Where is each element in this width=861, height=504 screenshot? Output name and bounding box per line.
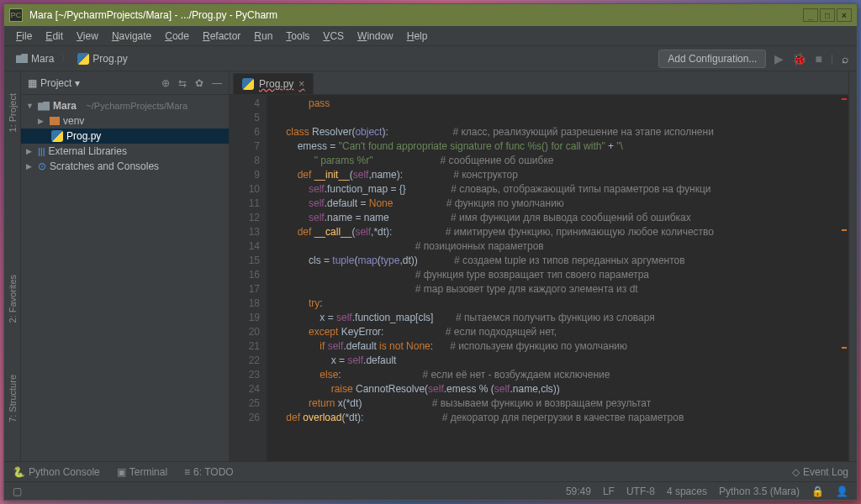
line-ending[interactable]: LF xyxy=(603,486,615,497)
toolbar: Mara 〉 Prog.py Add Configuration... ▶ 🐞 … xyxy=(4,46,857,71)
menu-file[interactable]: File xyxy=(9,30,39,42)
left-gutter-bar: 1: Project 2: Favorites 7: Structure xyxy=(4,71,21,461)
lock-icon[interactable]: 🔒 xyxy=(811,486,824,497)
editor-tab[interactable]: Prog.py × xyxy=(233,73,314,94)
close-button[interactable]: × xyxy=(837,8,852,22)
menu-window[interactable]: Window xyxy=(351,30,400,42)
run-icon[interactable]: ▶ xyxy=(774,52,784,66)
cursor-position[interactable]: 59:49 xyxy=(566,486,591,497)
menu-edit[interactable]: Edit xyxy=(39,30,70,42)
code-area[interactable]: 4567891011121314151617181920212223242526… xyxy=(230,95,848,461)
main-area: 1: Project 2: Favorites 7: Structure ▦ P… xyxy=(4,71,857,461)
debug-icon[interactable]: 🐞 xyxy=(792,52,806,66)
app-window: PC Mara [~/PycharmProjects/Mara] - .../P… xyxy=(3,3,858,501)
line-gutter: 4567891011121314151617181920212223242526 xyxy=(230,95,267,461)
editor: Prog.py × 456789101112131415161718192021… xyxy=(230,71,848,461)
interpreter[interactable]: Python 3.5 (Mara) xyxy=(719,486,800,497)
menu-help[interactable]: Help xyxy=(400,30,435,42)
titlebar[interactable]: PC Mara [~/PycharmProjects/Mara] - .../P… xyxy=(4,4,857,26)
folder-icon xyxy=(50,117,60,125)
close-tab-icon[interactable]: × xyxy=(298,78,304,90)
target-icon[interactable]: ⊕ xyxy=(161,77,170,89)
terminal-button[interactable]: ▣ Terminal xyxy=(117,466,167,478)
statusbar: ▢ 59:49 LF UTF-8 4 spaces Python 3.5 (Ma… xyxy=(4,481,857,500)
tree-venv[interactable]: ▶ venv xyxy=(21,113,229,129)
stop-icon[interactable]: ■ xyxy=(815,52,821,66)
error-stripe[interactable] xyxy=(840,95,848,461)
breadcrumb-file[interactable]: Prog.py xyxy=(74,51,130,66)
code-text[interactable]: pass class Resolver(object): # класс, ре… xyxy=(267,95,848,461)
python-console-button[interactable]: 🐍 Python Console xyxy=(13,466,100,478)
settings-icon[interactable]: ✿ xyxy=(195,77,203,89)
menubar: FileEditViewNavigateCodeRefactorRunTools… xyxy=(4,26,857,46)
inspector-icon[interactable]: 👤 xyxy=(836,486,848,497)
editor-tabs: Prog.py × xyxy=(230,71,848,95)
favorites-tool-button[interactable]: 2: Favorites xyxy=(6,270,19,328)
tree-external-libs[interactable]: ▶||| External Libraries xyxy=(21,144,229,159)
encoding[interactable]: UTF-8 xyxy=(626,486,655,497)
indent-setting[interactable]: 4 spaces xyxy=(667,486,707,497)
todo-button[interactable]: ≡ 6: TODO xyxy=(184,466,234,478)
tree-scratches[interactable]: ▶⊙ Scratches and Consoles xyxy=(21,159,229,174)
sidebar-title[interactable]: ▦ Project ▾ xyxy=(28,77,80,89)
python-icon xyxy=(51,130,63,142)
menu-tools[interactable]: Tools xyxy=(279,30,316,42)
library-icon: ||| xyxy=(38,146,45,156)
menu-refactor[interactable]: Refactor xyxy=(196,30,247,42)
project-tool-button[interactable]: 1: Project xyxy=(6,88,19,137)
collapse-icon[interactable]: ⇆ xyxy=(178,77,187,89)
menu-vcs[interactable]: VCS xyxy=(316,30,351,42)
search-icon[interactable]: ⌕ xyxy=(842,52,848,66)
scratches-icon: ⊙ xyxy=(38,160,46,172)
bottom-toolbar: 🐍 Python Console ▣ Terminal ≡ 6: TODO ◇ … xyxy=(4,461,857,481)
menu-view[interactable]: View xyxy=(70,30,105,42)
menu-navigate[interactable]: Navigate xyxy=(105,30,158,42)
python-icon xyxy=(77,53,89,65)
hide-icon[interactable]: — xyxy=(212,77,222,89)
right-gutter-bar xyxy=(848,71,857,461)
structure-tool-button[interactable]: 7: Structure xyxy=(6,370,19,428)
sidebar-header: ▦ Project ▾ ⊕ ⇆ ✿ — xyxy=(21,71,229,95)
window-title: Mara [~/PycharmProjects/Mara] - .../Prog… xyxy=(29,9,803,21)
tree-file-selected[interactable]: Prog.py xyxy=(21,129,229,144)
python-icon xyxy=(242,78,254,90)
app-icon: PC xyxy=(9,8,23,22)
tree-root[interactable]: ▼ Mara ~/PycharmProjects/Mara xyxy=(21,98,229,113)
minimize-button[interactable]: _ xyxy=(803,8,818,22)
menu-run[interactable]: Run xyxy=(247,30,279,42)
breadcrumb-root[interactable]: Mara xyxy=(13,51,57,66)
menu-code[interactable]: Code xyxy=(158,30,196,42)
status-icon[interactable]: ▢ xyxy=(13,486,22,497)
event-log-button[interactable]: ◇ Event Log xyxy=(792,466,848,478)
folder-icon xyxy=(38,102,50,111)
maximize-button[interactable]: □ xyxy=(820,8,835,22)
project-tree: ▼ Mara ~/PycharmProjects/Mara ▶ venv Pro… xyxy=(21,95,229,177)
breadcrumb: Mara 〉 Prog.py xyxy=(13,51,131,66)
project-sidebar: ▦ Project ▾ ⊕ ⇆ ✿ — ▼ Mara ~/PycharmProj… xyxy=(21,71,230,461)
add-configuration-button[interactable]: Add Configuration... xyxy=(658,50,766,68)
folder-icon xyxy=(16,54,28,63)
